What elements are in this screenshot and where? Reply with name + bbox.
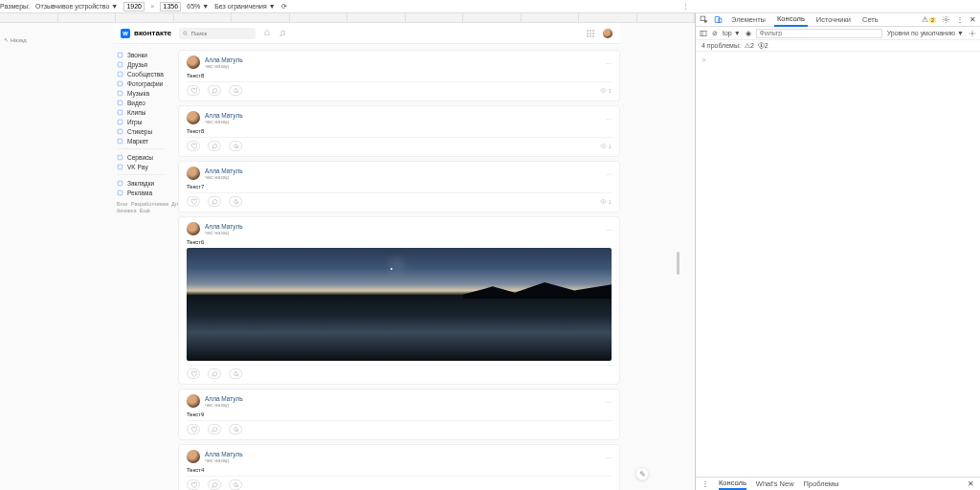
- viewport-height-input[interactable]: [160, 2, 181, 11]
- post-menu-icon[interactable]: ⋯: [606, 115, 612, 122]
- settings-icon[interactable]: [942, 15, 950, 24]
- comment-button[interactable]: [208, 196, 221, 207]
- post-menu-icon[interactable]: ⋯: [606, 398, 612, 405]
- sidebar-item[interactable]: Видео: [113, 98, 168, 107]
- post-author[interactable]: Алла Матуль: [205, 451, 243, 457]
- viewport-width-input[interactable]: [123, 2, 145, 11]
- sidebar-item[interactable]: Игры: [113, 117, 168, 126]
- sidebar-item[interactable]: Закладки: [113, 178, 168, 188]
- console-output[interactable]: >: [696, 52, 980, 477]
- sidebar-item[interactable]: Фотографии: [113, 78, 168, 88]
- post-menu-icon[interactable]: ⋯: [606, 170, 612, 177]
- device-toggle-icon[interactable]: [714, 15, 723, 24]
- search-input[interactable]: [191, 31, 253, 36]
- post-author[interactable]: Алла Матуль: [205, 395, 243, 402]
- drawer-tab-whatsnew[interactable]: What's New: [756, 479, 794, 488]
- device-select[interactable]: Отзывчивое устройство ▼: [35, 3, 118, 10]
- sidebar-item[interactable]: Клипы: [113, 107, 168, 117]
- share-button[interactable]: [229, 479, 242, 490]
- like-button[interactable]: [187, 141, 200, 151]
- like-button[interactable]: [187, 85, 200, 96]
- sidebar-item[interactable]: Стикеры: [113, 126, 168, 136]
- comment-button[interactable]: [208, 368, 221, 379]
- tab-elements[interactable]: Элементы: [728, 13, 768, 26]
- share-button[interactable]: [229, 424, 242, 434]
- comment-button[interactable]: [208, 479, 221, 490]
- comment-button[interactable]: [208, 424, 221, 434]
- search-box[interactable]: [179, 28, 256, 39]
- footer-links: БлогРазработчикамДля бизнесаЕщё: [113, 197, 168, 218]
- zoom-select[interactable]: 65% ▼: [187, 3, 209, 10]
- post-author[interactable]: Алла Матуль: [205, 167, 243, 174]
- sidebar-item[interactable]: Сервисы: [113, 152, 168, 162]
- like-button[interactable]: [187, 424, 200, 434]
- share-button[interactable]: [229, 368, 242, 379]
- post-menu-icon[interactable]: ⋯: [606, 59, 612, 66]
- share-button[interactable]: [229, 85, 242, 96]
- sidebar-item[interactable]: VK Pay: [113, 162, 168, 171]
- post-author[interactable]: Алла Матуль: [205, 112, 243, 119]
- rotate-icon[interactable]: ⟳: [281, 3, 287, 11]
- post-avatar[interactable]: [187, 56, 200, 69]
- tab-sources[interactable]: Источники: [813, 13, 854, 26]
- device-menu-icon[interactable]: ⋮: [677, 3, 695, 11]
- bell-icon[interactable]: [263, 30, 271, 37]
- post-avatar[interactable]: [187, 111, 200, 124]
- like-button[interactable]: [187, 196, 200, 207]
- post-author[interactable]: Алла Матуль: [205, 56, 243, 63]
- post-avatar[interactable]: [187, 450, 200, 463]
- sidebar-toggle-icon[interactable]: [700, 30, 707, 37]
- post-image[interactable]: [187, 248, 612, 361]
- devtools-menu-icon[interactable]: ⋮: [956, 15, 964, 24]
- sidebar-item[interactable]: Сообщества: [113, 69, 168, 78]
- tab-console[interactable]: Консоль: [774, 12, 808, 27]
- sidebar-item[interactable]: Маркет: [113, 136, 168, 145]
- warnings-badge[interactable]: ⚠2: [922, 15, 936, 24]
- throttle-select[interactable]: Без ограничения ▼: [214, 3, 275, 10]
- comment-button[interactable]: [208, 141, 221, 151]
- inspect-icon[interactable]: [700, 15, 708, 24]
- sidebar-item-label: Фотографии: [127, 80, 163, 87]
- sidebar-item[interactable]: Реклама: [113, 188, 168, 197]
- profile-avatar[interactable]: [603, 29, 612, 38]
- post-avatar[interactable]: [187, 394, 200, 408]
- sidebar-item-label: Игры: [127, 119, 142, 125]
- viewport-resize-handle[interactable]: [677, 252, 679, 275]
- post-menu-icon[interactable]: ⋯: [606, 454, 612, 460]
- share-button[interactable]: [229, 196, 242, 207]
- devtools-close-icon[interactable]: ✕: [969, 15, 976, 24]
- back-link[interactable]: ↖ Назад: [4, 37, 27, 43]
- sidebar-item[interactable]: Друзья: [113, 59, 168, 69]
- like-button[interactable]: [187, 479, 200, 490]
- nav-icon: [117, 80, 123, 87]
- post-avatar[interactable]: [187, 222, 200, 235]
- clear-console-icon[interactable]: ⊘: [712, 30, 718, 37]
- music-icon[interactable]: [278, 30, 286, 37]
- nav-icon: [117, 119, 123, 125]
- post-menu-icon[interactable]: ⋯: [606, 226, 612, 233]
- drawer-menu-icon[interactable]: ⋮: [702, 479, 709, 488]
- console-filter-input[interactable]: [756, 29, 882, 38]
- post-avatar[interactable]: [187, 167, 200, 180]
- live-expression-icon[interactable]: ◉: [746, 30, 751, 37]
- sidebar-item[interactable]: Музыка: [113, 88, 168, 98]
- tab-network[interactable]: Сеть: [859, 13, 881, 26]
- drawer-close-icon[interactable]: ✕: [968, 479, 974, 488]
- drawer-tab-console[interactable]: Консоль: [719, 479, 746, 490]
- like-button[interactable]: [187, 368, 200, 379]
- context-select[interactable]: top ▼: [723, 30, 741, 36]
- share-button[interactable]: [229, 141, 242, 151]
- post-time: час назад: [205, 230, 243, 235]
- sidebar-item-label: Звонки: [127, 52, 147, 58]
- sidebar-item[interactable]: Звонки: [113, 50, 168, 59]
- services-grid-icon[interactable]: [586, 29, 595, 38]
- post-time: час назад: [205, 119, 243, 124]
- console-settings-icon[interactable]: [969, 30, 976, 37]
- post-author[interactable]: Алла Матуль: [205, 223, 243, 230]
- issues-bar[interactable]: 4 проблемы: ⚠2 🛈2: [696, 40, 980, 52]
- scroll-top-button[interactable]: ✎: [635, 467, 649, 480]
- brand-logo[interactable]: w вконтакте: [121, 29, 171, 38]
- log-levels-select[interactable]: Уровни по умолчанию ▼: [887, 30, 964, 36]
- drawer-tab-issues[interactable]: Проблемы: [804, 479, 839, 488]
- comment-button[interactable]: [208, 85, 221, 96]
